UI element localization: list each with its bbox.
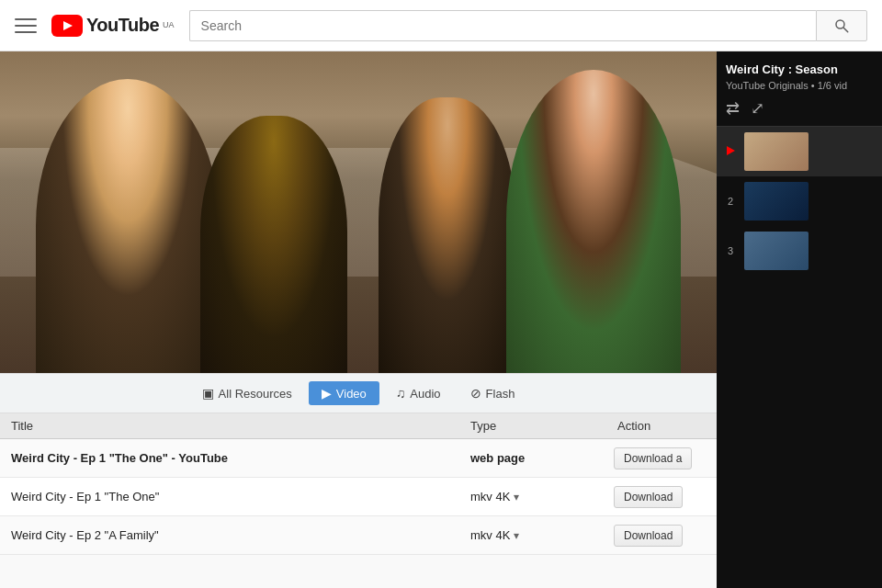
person-figure-1 bbox=[36, 79, 220, 373]
row2-action: Download bbox=[606, 479, 717, 515]
column-header-action: Action bbox=[606, 419, 717, 433]
main-content: ▣ All Resources ▶ Video ♫ Audio ⊘ Flash … bbox=[0, 51, 882, 588]
playlist-item-number: 2 bbox=[724, 196, 737, 207]
video-thumbnail bbox=[0, 51, 717, 373]
resource-tabs: ▣ All Resources ▶ Video ♫ Audio ⊘ Flash bbox=[0, 373, 717, 413]
search-button[interactable] bbox=[816, 10, 867, 41]
person-figure-3 bbox=[379, 97, 516, 373]
row3-action: Download bbox=[606, 517, 717, 554]
table-row: Weird City - Ep 2 "A Family" mkv 4K ▾ Do… bbox=[0, 516, 717, 555]
playlist-title: Weird City : Season bbox=[726, 62, 873, 78]
table-header: Title Type Action bbox=[0, 413, 717, 439]
search-input[interactable] bbox=[189, 10, 816, 41]
table-row: Weird City - Ep 1 "The One" - YouTube we… bbox=[0, 439, 717, 478]
now-playing-icon bbox=[727, 146, 735, 155]
tab-video-label: Video bbox=[336, 387, 367, 401]
row3-type-dropdown[interactable]: mkv 4K ▾ bbox=[470, 528, 519, 542]
person-figure-4 bbox=[506, 70, 681, 373]
row2-type-dropdown[interactable]: mkv 4K ▾ bbox=[470, 490, 519, 503]
tab-audio-label: Audio bbox=[410, 387, 440, 401]
video-player[interactable] bbox=[0, 51, 717, 373]
playlist-item[interactable]: 3 bbox=[717, 226, 882, 276]
playlist-meta: YouTube Originals • 1/6 vid bbox=[726, 80, 873, 91]
playlist-item-number bbox=[724, 146, 737, 157]
row1-type-text: web page bbox=[470, 451, 525, 465]
tab-flash-label: Flash bbox=[486, 387, 515, 401]
download-table: Title Type Action Weird City - Ep 1 "The… bbox=[0, 413, 717, 555]
tab-video[interactable]: ▶ Video bbox=[309, 381, 379, 405]
dropdown-arrow-icon: ▾ bbox=[514, 529, 519, 542]
menu-button[interactable] bbox=[15, 15, 37, 37]
search-icon bbox=[833, 17, 850, 34]
row1-action: Download a bbox=[606, 440, 717, 477]
playlist-item[interactable] bbox=[717, 127, 882, 176]
column-header-title: Title bbox=[0, 419, 459, 433]
dropdown-arrow-icon: ▾ bbox=[514, 491, 519, 503]
person-figure-2 bbox=[200, 116, 347, 373]
playlist-items: 2 3 bbox=[717, 127, 882, 588]
video-icon: ▶ bbox=[322, 386, 332, 401]
playlist-item-number: 3 bbox=[724, 245, 737, 256]
row1-download-button[interactable]: Download a bbox=[614, 447, 692, 469]
playlist-item[interactable]: 2 bbox=[717, 176, 882, 226]
row3-download-button[interactable]: Download bbox=[614, 525, 683, 547]
svg-point-2 bbox=[836, 20, 844, 28]
row2-type-text: mkv 4K bbox=[470, 490, 510, 503]
playlist-controls: ⇄ ⤢ bbox=[726, 98, 873, 119]
playlist-item-thumbnail bbox=[744, 132, 808, 171]
playlist-item-thumbnail bbox=[744, 182, 808, 220]
table-row: Weird City - Ep 1 "The One" mkv 4K ▾ Dow… bbox=[0, 478, 717, 516]
video-column: ▣ All Resources ▶ Video ♫ Audio ⊘ Flash … bbox=[0, 51, 717, 588]
row2-type: mkv 4K ▾ bbox=[459, 482, 606, 511]
row1-title: Weird City - Ep 1 "The One" - YouTube bbox=[0, 444, 459, 472]
youtube-wordmark: YouTube bbox=[86, 15, 159, 36]
row1-type: web page bbox=[459, 444, 606, 472]
tab-flash[interactable]: ⊘ Flash bbox=[458, 381, 528, 405]
row2-title: Weird City - Ep 1 "The One" bbox=[0, 482, 459, 511]
youtube-badge: UA bbox=[163, 20, 175, 29]
audio-icon: ♫ bbox=[396, 386, 406, 401]
logo-area[interactable]: YouTube UA bbox=[51, 15, 175, 37]
expand-button[interactable]: ⤢ bbox=[751, 98, 764, 119]
row2-download-button[interactable]: Download bbox=[614, 486, 683, 508]
tab-all-resources-label: All Resources bbox=[219, 387, 292, 401]
search-area bbox=[189, 10, 867, 41]
svg-line-3 bbox=[843, 28, 848, 32]
column-header-type: Type bbox=[459, 419, 606, 433]
playlist-item-thumbnail bbox=[744, 232, 808, 270]
flash-icon: ⊘ bbox=[470, 386, 481, 401]
loop-button[interactable]: ⇄ bbox=[726, 98, 740, 119]
row3-title: Weird City - Ep 2 "A Family" bbox=[0, 521, 459, 549]
youtube-logo-icon bbox=[51, 15, 83, 37]
playlist-header: Weird City : Season YouTube Originals • … bbox=[717, 51, 882, 127]
header: YouTube UA bbox=[0, 0, 882, 51]
row3-type-text: mkv 4K bbox=[470, 528, 510, 542]
tab-audio[interactable]: ♫ Audio bbox=[383, 381, 454, 405]
tab-all-resources[interactable]: ▣ All Resources bbox=[189, 381, 305, 405]
row3-type: mkv 4K ▾ bbox=[459, 521, 606, 549]
all-resources-icon: ▣ bbox=[202, 386, 214, 401]
playlist-sidebar: Weird City : Season YouTube Originals • … bbox=[717, 51, 882, 588]
